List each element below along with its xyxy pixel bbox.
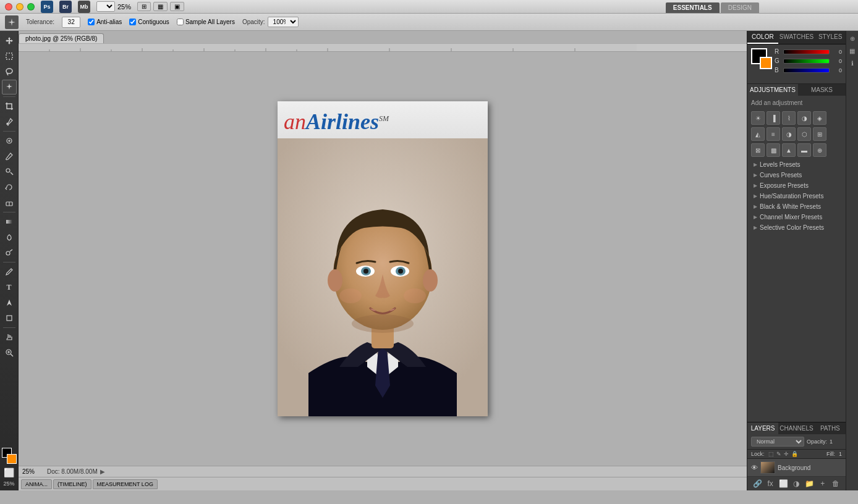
- contiguous-checkbox[interactable]: Contiguous: [129, 19, 169, 25]
- miniBridge-icon: Mb: [78, 1, 90, 13]
- blend-mode-dropdown[interactable]: Normal: [751, 437, 804, 447]
- vibrance-adj-icon[interactable]: ◈: [813, 111, 826, 125]
- zoom-tool[interactable]: [2, 345, 17, 360]
- b-slider[interactable]: [783, 68, 830, 73]
- gradient-tool[interactable]: [2, 214, 17, 229]
- spot-healing-tool[interactable]: [2, 133, 17, 148]
- exposure-preset-item[interactable]: ▶ Exposure Presets: [751, 180, 842, 191]
- shape-tool[interactable]: [2, 311, 17, 326]
- status-arrow[interactable]: ▶: [100, 468, 105, 475]
- layer-visibility-eye[interactable]: 👁: [751, 464, 758, 471]
- new-group-button[interactable]: 📁: [804, 479, 816, 488]
- invert-adj-icon[interactable]: ⊠: [751, 143, 765, 157]
- blur-tool[interactable]: [2, 230, 17, 245]
- huesat-preset-item[interactable]: ▶ Hue/Saturation Presets: [751, 191, 842, 201]
- background-layer-row[interactable]: 👁 Background: [747, 459, 846, 477]
- layer-mask-button[interactable]: ⬜: [777, 479, 789, 488]
- posterize-adj-icon[interactable]: ▩: [767, 143, 780, 157]
- eyedropper-tool[interactable]: [2, 114, 17, 129]
- masks-tab[interactable]: MASKS: [798, 84, 846, 96]
- exposure-adj-icon[interactable]: ◑: [797, 111, 811, 125]
- minimize-button[interactable]: [16, 3, 23, 10]
- new-adj-layer-button[interactable]: ◑: [790, 479, 802, 488]
- brush-tool[interactable]: [2, 149, 17, 164]
- curves-adj-icon[interactable]: ⌇: [782, 111, 796, 125]
- lasso-tool[interactable]: [2, 64, 17, 79]
- layer-actions: 🔗 fx ⬜ ◑ 📁 + 🗑: [747, 477, 846, 490]
- dodge-tool[interactable]: [2, 245, 17, 260]
- levels-adj-icon[interactable]: ▐: [767, 111, 780, 125]
- pen-tool[interactable]: [2, 264, 17, 279]
- selective-color-preset-item[interactable]: ▶ Selective Color Presets: [751, 222, 842, 233]
- swatches-tab[interactable]: SWATCHES: [778, 31, 815, 44]
- utility-btn-1[interactable]: ⊕: [847, 33, 857, 43]
- levels-preset-item[interactable]: ▶ Levels Presets: [751, 159, 842, 170]
- photo-filter-adj-icon[interactable]: ⬡: [797, 127, 811, 141]
- zoom-dropdown[interactable]: 25%: [96, 1, 115, 12]
- view-btn-1[interactable]: ⊞: [137, 2, 151, 11]
- lock-position-icon[interactable]: ✛: [784, 451, 789, 457]
- adjustments-tab[interactable]: ADJUSTMENTS: [747, 84, 798, 96]
- lock-transparency-icon[interactable]: ⬚: [768, 451, 774, 457]
- hand-tool[interactable]: [2, 330, 17, 345]
- new-layer-button[interactable]: +: [817, 479, 829, 488]
- eraser-tool[interactable]: [2, 195, 17, 210]
- delete-layer-button[interactable]: 🗑: [830, 479, 842, 488]
- bw-adj-icon[interactable]: ◑: [782, 127, 796, 141]
- link-layers-button[interactable]: 🔗: [751, 479, 763, 488]
- selective-color-adj-icon[interactable]: ⊕: [813, 143, 826, 157]
- measurement-log-tab[interactable]: MEASUREMENT LOG: [93, 479, 158, 489]
- curves-preset-item[interactable]: ▶ Curves Presets: [751, 170, 842, 180]
- opacity-value: 1: [830, 439, 842, 445]
- utility-btn-2[interactable]: ▦: [847, 46, 857, 56]
- color-panel-tabs: COLOR SWATCHES STYLES: [747, 31, 846, 44]
- sample-all-layers-checkbox[interactable]: Sample All Layers: [177, 19, 235, 25]
- document-tab[interactable]: photo.jpg @ 25% (RGB/8): [19, 33, 104, 43]
- background-color-box[interactable]: [7, 454, 17, 464]
- opacity-dropdown[interactable]: 100%: [268, 17, 299, 27]
- lock-all-icon[interactable]: 🔒: [791, 451, 798, 457]
- animation-tab[interactable]: ANIMA...: [21, 479, 52, 489]
- bridge-icon: Br: [59, 1, 72, 13]
- lock-label: Lock:: [751, 451, 765, 457]
- g-slider[interactable]: [783, 59, 830, 64]
- bw-preset-item[interactable]: ▶ Black & White Presets: [751, 201, 842, 212]
- opacity-label: Opacity:: [807, 439, 827, 445]
- color-balance-adj-icon[interactable]: ≡: [767, 127, 780, 141]
- type-tool[interactable]: T: [2, 280, 17, 295]
- lock-image-icon[interactable]: ✎: [776, 451, 781, 457]
- close-button[interactable]: [5, 3, 12, 10]
- essentials-tab[interactable]: ESSENTIALS: [666, 2, 720, 13]
- layer-style-button[interactable]: fx: [764, 479, 776, 488]
- color-tab[interactable]: COLOR: [747, 31, 778, 44]
- styles-tab[interactable]: STYLES: [815, 31, 846, 44]
- clone-stamp-tool[interactable]: [2, 164, 17, 179]
- path-selection-tool[interactable]: [2, 295, 17, 310]
- quick-mask-button[interactable]: ⬜: [4, 468, 14, 477]
- timeline-tab[interactable]: (TIMELINE): [53, 479, 91, 489]
- history-brush-tool[interactable]: [2, 180, 17, 195]
- magic-wand-tool[interactable]: [2, 80, 17, 94]
- threshold-adj-icon[interactable]: ▲: [782, 143, 796, 157]
- layers-tab[interactable]: LAYERS: [747, 422, 778, 434]
- channel-mixer-preset-item[interactable]: ▶ Channel Mixer Presets: [751, 212, 842, 222]
- view-btn-3[interactable]: ▣: [170, 2, 184, 11]
- design-tab[interactable]: DESIGN: [721, 2, 759, 13]
- move-tool[interactable]: [2, 33, 17, 48]
- paths-tab[interactable]: PATHS: [815, 422, 846, 434]
- channels-tab[interactable]: CHANNELS: [778, 422, 814, 434]
- tolerance-input[interactable]: [62, 17, 80, 28]
- r-slider[interactable]: [783, 49, 830, 54]
- marquee-tool[interactable]: [2, 49, 17, 64]
- anti-alias-checkbox[interactable]: Anti-alias: [88, 19, 122, 25]
- crop-tool[interactable]: [2, 99, 17, 114]
- gradient-map-adj-icon[interactable]: ▬: [797, 143, 811, 157]
- maximize-button[interactable]: [27, 3, 35, 10]
- channel-mixer-adj-icon[interactable]: ⊞: [813, 127, 826, 141]
- canvas-area: photo.jpg @ 25% (RGB/8): [19, 31, 747, 490]
- hue-sat-adj-icon[interactable]: ◭: [751, 127, 765, 141]
- brightness-adj-icon[interactable]: ☀: [751, 111, 765, 125]
- utility-btn-3[interactable]: ℹ: [847, 58, 857, 68]
- background-color-picker[interactable]: [760, 57, 772, 69]
- view-btn-2[interactable]: ▦: [153, 2, 168, 11]
